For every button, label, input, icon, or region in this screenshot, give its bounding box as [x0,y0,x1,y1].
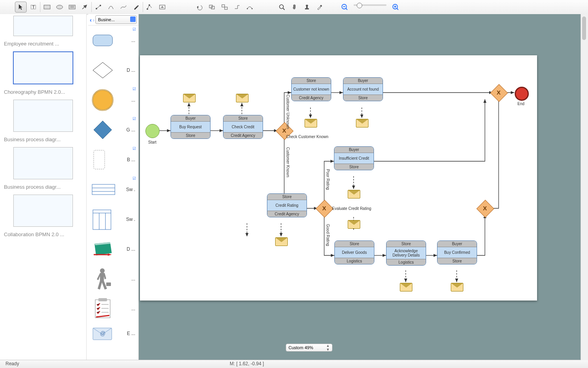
shape-item[interactable]: ☑ Sw . [88,175,138,204]
message-icon[interactable] [451,283,463,291]
edit-shape-tool[interactable] [144,2,156,13]
curve-tool[interactable] [105,2,117,13]
page-thumb[interactable] [13,195,73,227]
pages-panel: Employee recruitment ... Choreography BP… [0,14,87,360]
end-event[interactable] [515,87,529,101]
page-label: Collaboration BPMN 2.0 ... [4,231,82,237]
pen-tool[interactable] [130,2,142,13]
task-buy-confirmed[interactable]: BuyerBuy ConfirmedStore [437,240,477,264]
message-icon[interactable] [305,119,317,128]
page-thumb[interactable] [13,16,73,36]
message-icon[interactable] [183,94,196,102]
svg-rect-35 [93,35,113,46]
page-thumb[interactable] [13,100,73,132]
shapes-forward-icon[interactable]: › [93,16,94,23]
line-tool[interactable] [79,2,91,13]
task-credit-rating[interactable]: StoreCredit RatingCredit Agency [267,193,307,217]
task-customer-not-known[interactable]: StoreCustomer not knownCredit Agency [291,77,331,101]
gateway-merge-top[interactable]: X [490,84,508,102]
page-label: Employee recruitment ... [4,41,82,47]
stamp-tool-icon[interactable] [301,2,313,13]
shape-item[interactable]: ☑ ... [88,26,138,55]
message-icon[interactable] [275,237,288,246]
scrollbar-thumb[interactable] [582,16,586,40]
connector-tool[interactable] [93,2,104,13]
page-label: Choreography BPMN 2.0... [4,89,82,95]
svg-point-3 [56,5,63,9]
undo-icon[interactable] [194,2,205,13]
task-account-not-found[interactable]: BuyerAccount not foundStore [343,77,383,101]
message-icon[interactable] [348,190,360,199]
zoom-slider[interactable] [354,4,387,6]
zoom-out-icon[interactable] [339,2,350,13]
start-label: Start [148,140,156,144]
svg-rect-4 [69,5,75,9]
message-icon[interactable] [348,220,360,229]
svg-text:T: T [32,5,35,9]
vertical-scrollbar[interactable] [581,14,588,360]
group-icon[interactable] [206,2,218,13]
ellipse-tool[interactable] [54,2,65,13]
gateway-merge-right[interactable]: X [476,200,494,217]
svg-marker-36 [93,62,113,78]
shape-item[interactable]: ☑ ... [88,85,138,115]
page-thumb[interactable] [13,51,73,84]
svg-point-21 [252,8,253,9]
svg-point-11 [147,8,148,10]
svg-rect-41 [92,184,115,195]
rect-tool[interactable] [41,2,53,13]
task-check-credit[interactable]: StoreCheck CreditCredit Agency [223,115,263,139]
eyedropper-icon[interactable] [314,2,325,13]
shape-item[interactable]: D ... [88,55,138,85]
message-icon[interactable] [356,119,368,128]
textbox-tool[interactable] [66,2,78,13]
svg-rect-27 [320,5,322,7]
svg-marker-49 [108,253,112,256]
message-icon[interactable] [236,94,249,102]
svg-rect-40 [94,150,105,169]
svg-line-30 [346,8,347,10]
shape-item[interactable]: ... [88,294,138,324]
canvas-area[interactable]: Start BuyerBuy RequestStore StoreCheck C… [139,14,588,360]
shape-item[interactable]: ☑ B ... [88,145,138,175]
message-icon[interactable] [400,283,412,291]
edge-label: Customer Known [286,147,290,177]
page-thumb[interactable] [13,147,73,179]
insert-tool[interactable] [156,2,168,13]
svg-rect-24 [305,8,309,9]
pointer-tool[interactable] [15,2,27,13]
page-label: Business process diagr... [4,184,82,190]
check-icon: ☑ [132,27,136,31]
svg-rect-19 [225,7,227,9]
shape-item[interactable]: D ... [88,234,138,264]
zoom-tool-icon[interactable] [276,2,288,13]
text-tool[interactable]: T [27,2,39,13]
svg-marker-14 [161,6,164,8]
pan-tool-icon[interactable] [289,2,300,13]
task-insufficient-credit[interactable]: BuyerInsufficient CreditStore [334,146,374,170]
shape-library-select[interactable]: Busine... [95,15,137,24]
shape-item[interactable]: ... [88,264,138,294]
zoom-select[interactable]: Custom 49%▲▼ [286,344,332,352]
svg-marker-39 [94,121,112,139]
spline-tool[interactable] [118,2,129,13]
task-deliver-goods[interactable]: StoreDeliver GoodsLogistics [334,240,374,264]
start-event[interactable] [145,124,160,138]
status-bar: Ready M: [ 1.62, -0.94 ] [0,360,588,368]
route-icon[interactable] [244,2,256,13]
zoom-in-icon[interactable] [390,2,401,13]
drawing-page[interactable]: Start BuyerBuy RequestStore StoreCheck C… [140,55,537,301]
connect-icon[interactable] [231,2,243,13]
task-ack-delivery[interactable]: StoreAcknowledge Delivery DetailsLogisti… [386,240,426,266]
shape-item[interactable]: ☑ G ... [88,115,138,145]
gateway-evaluate-rating[interactable]: X [316,200,333,217]
svg-rect-2 [44,5,50,9]
shapes-back-icon[interactable]: ‹ [90,16,92,23]
svg-point-12 [149,4,150,6]
shape-item[interactable]: @ E ... [88,324,138,343]
shape-item[interactable]: Sw . [88,204,138,234]
check-icon: ☑ [132,87,136,91]
svg-line-34 [397,8,398,10]
task-buy-request[interactable]: BuyerBuy RequestStore [171,115,211,139]
ungroup-icon[interactable] [219,2,230,13]
